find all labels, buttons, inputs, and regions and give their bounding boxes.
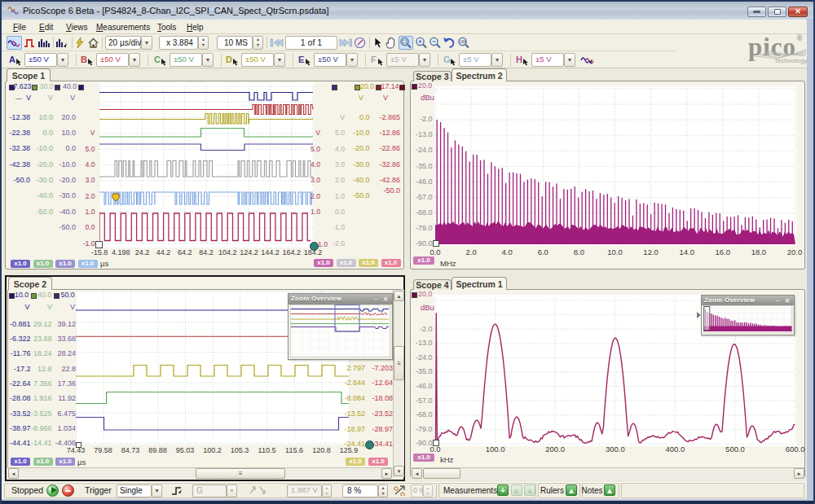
svg-text:100: 100 — [460, 40, 466, 44]
